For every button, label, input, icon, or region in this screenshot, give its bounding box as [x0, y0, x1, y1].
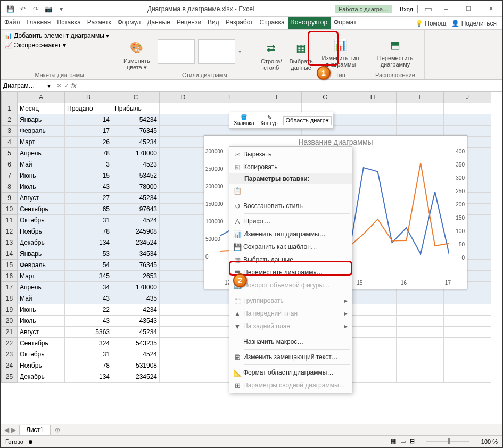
move-chart-button[interactable]: ⬒Переместить диаграмму: [369, 35, 421, 69]
row-header[interactable]: 16: [2, 271, 18, 282]
ctx-save-template[interactable]: 💾Сохранить как шаблон…: [229, 240, 352, 253]
chart-title[interactable]: Название диаграммы: [204, 136, 467, 146]
row-header[interactable]: 4: [2, 137, 18, 148]
zoom-level[interactable]: 100 %: [481, 438, 498, 445]
ctx-copy[interactable]: ⎘Копировать: [229, 161, 352, 173]
tab-help[interactable]: Справка: [257, 17, 288, 29]
chart-style-2[interactable]: [198, 39, 235, 64]
enter-icon[interactable]: ✓: [64, 82, 69, 89]
tell-me-button[interactable]: 💡 Помощ: [415, 20, 446, 27]
row-header[interactable]: 8: [2, 181, 18, 193]
spreadsheet-grid[interactable]: ABCDEFGHIJ 1МесяцПроданоПрибыль2Январь14…: [1, 92, 502, 383]
ctx-format-area[interactable]: 📐Формат области диаграммы…: [229, 366, 352, 379]
styles-more-icon[interactable]: ▾: [238, 48, 241, 54]
namebox-dropdown-icon[interactable]: ▾: [47, 82, 51, 89]
row-header[interactable]: 25: [2, 371, 18, 383]
ctx-cut[interactable]: ✂Вырезать: [229, 148, 352, 161]
switch-row-col-button[interactable]: ⇄Строка/столб: [259, 38, 284, 72]
tab-format[interactable]: Формат: [331, 17, 360, 29]
col-header[interactable]: F: [254, 92, 302, 103]
zoom-slider[interactable]: [426, 441, 469, 442]
fill-button[interactable]: 🪣Заливка: [230, 113, 258, 127]
ribbon-options-icon[interactable]: ▭: [421, 4, 435, 14]
row-header[interactable]: 2: [2, 114, 18, 126]
row-header[interactable]: 15: [2, 260, 18, 271]
row-header[interactable]: 3: [2, 126, 18, 137]
ctx-reset-style[interactable]: ↺Восстановить стиль: [229, 200, 352, 212]
col-header[interactable]: E: [207, 92, 254, 103]
status-ready: Готово: [5, 438, 23, 445]
add-chart-element-button[interactable]: 📊 Добавить элемент диаграммы ▾: [4, 32, 109, 39]
sheet-tab-1[interactable]: Лист1: [19, 425, 51, 435]
chart-element-selector[interactable]: Область диагр ▾: [283, 116, 332, 125]
qat-dropdown-icon[interactable]: ▾: [56, 4, 66, 14]
row-header[interactable]: 22: [2, 338, 18, 349]
row-header[interactable]: 7: [2, 170, 18, 181]
sheet-nav-next-icon[interactable]: ▶: [11, 426, 16, 434]
camera-icon[interactable]: 📷: [44, 4, 53, 14]
tab-insert[interactable]: Вставка: [54, 17, 84, 29]
view-pagebreak-icon[interactable]: ⊟: [410, 438, 415, 445]
row-header[interactable]: 12: [2, 226, 18, 237]
chart-style-1[interactable]: [158, 39, 195, 64]
zoom-out-button[interactable]: −: [419, 438, 422, 445]
minimize-button[interactable]: ─: [435, 1, 457, 17]
row-header[interactable]: 5: [2, 148, 18, 159]
col-header[interactable]: I: [397, 92, 444, 103]
change-colors-button[interactable]: 🎨Изменить цвета ▾: [121, 37, 152, 72]
cancel-icon[interactable]: ✕: [56, 82, 62, 89]
col-header[interactable]: C: [112, 92, 160, 103]
tab-data[interactable]: Данные: [144, 17, 173, 29]
outline-button[interactable]: ✎Контур: [258, 113, 281, 127]
row-header[interactable]: 20: [2, 316, 18, 327]
quick-layout-button[interactable]: 📈 Экспресс-макет ▾: [4, 42, 66, 49]
sign-in-button[interactable]: Вход: [395, 5, 418, 13]
row-header[interactable]: 17: [2, 282, 18, 293]
view-normal-icon[interactable]: ▦: [391, 438, 396, 445]
tab-developer[interactable]: Разработ: [222, 17, 257, 29]
row-header[interactable]: 9: [2, 193, 18, 204]
tab-view[interactable]: Вид: [204, 17, 222, 29]
share-button[interactable]: 👤 Поделиться: [451, 20, 497, 27]
row-header[interactable]: 11: [2, 215, 18, 226]
view-pagelayout-icon[interactable]: ▭: [400, 438, 406, 445]
save-icon[interactable]: 💾: [5, 4, 15, 14]
row-header[interactable]: 21: [2, 327, 18, 338]
redo-icon[interactable]: ↷: [31, 4, 40, 14]
col-header[interactable]: G: [302, 92, 349, 103]
tab-design[interactable]: Конструктор: [288, 17, 331, 29]
macro-record-icon[interactable]: ⏺: [28, 438, 34, 445]
row-header[interactable]: 13: [2, 237, 18, 248]
add-sheet-button[interactable]: ⊕: [51, 426, 64, 434]
tab-file[interactable]: Файл: [1, 17, 23, 29]
ctx-assign-macro[interactable]: Назначить макрос…: [229, 335, 352, 348]
undo-icon[interactable]: ↶: [18, 4, 28, 14]
col-header[interactable]: D: [160, 92, 207, 103]
select-all-corner[interactable]: [2, 92, 18, 103]
fx-icon[interactable]: fx: [71, 82, 76, 89]
row-header[interactable]: 23: [2, 349, 18, 360]
row-header[interactable]: 18: [2, 293, 18, 304]
col-header[interactable]: H: [349, 92, 397, 103]
row-header[interactable]: 1: [2, 103, 18, 114]
close-button[interactable]: ✕: [480, 1, 502, 17]
tab-formulas[interactable]: Формул: [114, 17, 144, 29]
zoom-in-button[interactable]: +: [473, 438, 476, 445]
row-header[interactable]: 19: [2, 304, 18, 316]
name-box[interactable]: Диаграм…▾: [1, 82, 53, 89]
maximize-button[interactable]: ☐: [457, 1, 480, 17]
col-header[interactable]: J: [444, 92, 491, 103]
ctx-font[interactable]: AШрифт…: [229, 215, 352, 228]
row-header[interactable]: 6: [2, 159, 18, 170]
ctx-alt-text[interactable]: 🖹Изменить замещающий текст…: [229, 351, 352, 363]
col-header[interactable]: B: [65, 92, 112, 103]
row-header[interactable]: 14: [2, 248, 18, 260]
tab-layout[interactable]: Разметк: [84, 17, 114, 29]
sheet-nav-prev-icon[interactable]: ◀: [4, 426, 9, 434]
col-header[interactable]: A: [18, 92, 65, 103]
ctx-change-type[interactable]: 📊Изменить тип диаграммы…: [229, 228, 352, 240]
row-header[interactable]: 10: [2, 204, 18, 215]
row-header[interactable]: 24: [2, 360, 18, 371]
tab-review[interactable]: Рецензи: [174, 17, 204, 29]
tab-home[interactable]: Главная: [23, 17, 54, 29]
